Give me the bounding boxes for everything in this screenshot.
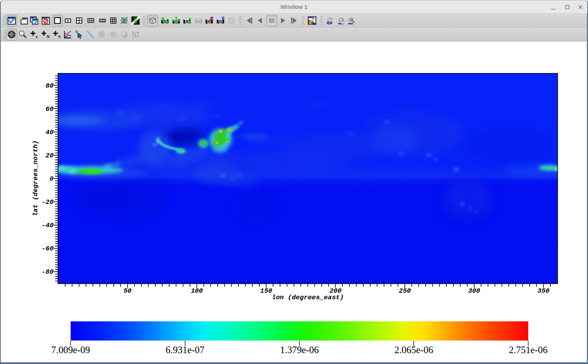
svg-text:60: 60 <box>45 105 54 113</box>
svg-text:100: 100 <box>191 287 203 295</box>
svg-text:350: 350 <box>538 287 550 295</box>
svg-text:-60: -60 <box>42 245 54 252</box>
svg-text:z: z <box>36 34 38 39</box>
svg-text:0: 0 <box>50 175 54 183</box>
svg-text:-40: -40 <box>42 222 54 229</box>
svg-text:2.065e-06: 2.065e-06 <box>394 345 433 355</box>
svg-text:N: N <box>47 34 50 39</box>
svg-text:6.931e-07: 6.931e-07 <box>166 345 205 355</box>
svg-text:20: 20 <box>45 152 54 159</box>
svg-text:150: 150 <box>260 287 272 295</box>
svg-text:40: 40 <box>45 129 54 136</box>
svg-text:7.009e-09: 7.009e-09 <box>51 345 90 355</box>
svg-text:80: 80 <box>45 82 54 90</box>
svg-text:1.379e-06: 1.379e-06 <box>280 345 319 355</box>
svg-text:lon (degrees_east): lon (degrees_east) <box>272 294 344 301</box>
svg-text:250: 250 <box>399 287 411 295</box>
svg-text:-20: -20 <box>42 198 54 206</box>
svg-text:2.751e-06: 2.751e-06 <box>509 345 548 355</box>
svg-text:50: 50 <box>123 287 132 295</box>
svg-text:lat (degrees_north): lat (degrees_north) <box>32 140 39 216</box>
svg-text:-80: -80 <box>42 268 54 276</box>
svg-text:S: S <box>58 34 61 39</box>
svg-text:300: 300 <box>468 287 480 295</box>
